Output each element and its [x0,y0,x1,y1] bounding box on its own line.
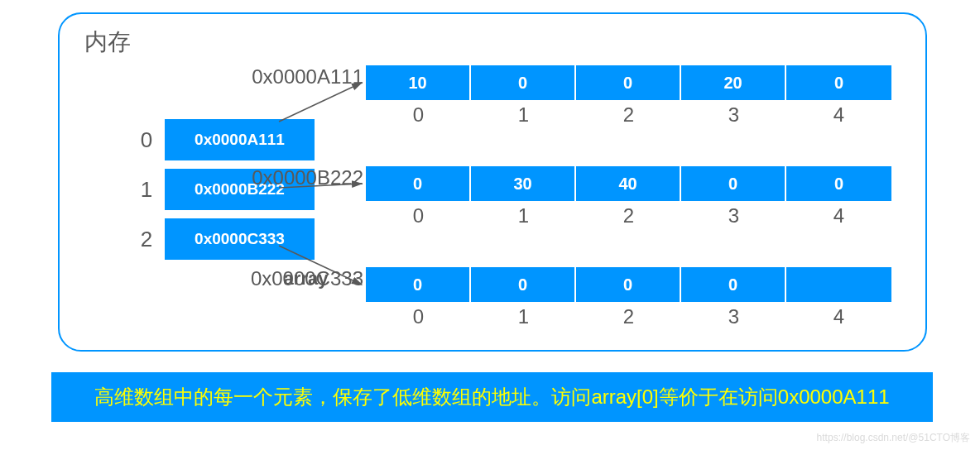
index-cell: 1 [471,305,576,328]
index-cell: 1 [471,204,576,227]
data-cell: 0 [786,65,891,100]
explanation-banner: 高维数组中的每一个元素，保存了低维数组的地址。访问array[0]等价于在访问0… [51,372,933,422]
data-cell: 0 [786,166,891,201]
memory-container: 内存 0 0x0000A111 1 0x0000B222 2 0x0000C33… [58,12,927,352]
pointer-index: 0 [130,127,163,153]
pointer-row: 0 0x0000A111 [130,115,316,165]
data-cell: 0 [681,166,786,201]
index-cell: 2 [576,204,681,227]
index-cell: 2 [576,103,681,127]
memory-title: 内存 [84,26,131,58]
data-array-0: 0x0000A111 10 0 0 20 0 0 1 2 3 4 [366,65,891,127]
data-array-2: 0x0000C333 0 0 0 0 0 1 2 3 4 [366,267,891,328]
pointer-cell: 0x0000C333 [163,217,316,261]
index-cell: 4 [786,305,891,328]
address-label: 0x0000A111 [252,65,363,89]
index-cell: 3 [681,103,786,127]
index-cell: 0 [366,103,471,127]
index-cell: 0 [366,204,471,227]
data-cell: 0 [576,267,681,302]
pointer-array: 0 0x0000A111 1 0x0000B222 2 0x0000C333 a… [130,115,316,264]
index-cell: 3 [681,204,786,227]
data-cell: 0 [681,267,786,302]
index-cell: 2 [576,305,681,328]
index-cell: 4 [786,204,891,227]
address-label: 0x0000C333 [251,267,363,290]
data-array-1: 0x0000B222 0 30 40 0 0 0 1 2 3 4 [366,166,891,227]
data-cell: 30 [471,166,576,201]
data-cell [786,267,891,302]
data-cell: 40 [576,166,681,201]
pointer-index: 2 [130,227,163,252]
pointer-cell: 0x0000A111 [163,117,316,162]
index-cell: 3 [681,305,786,328]
data-cell: 0 [471,65,576,100]
data-cell: 0 [366,166,471,201]
index-cell: 4 [786,103,891,127]
data-cell: 20 [681,65,786,100]
data-cell: 0 [471,267,576,302]
watermark: https://blog.csdn.net/@51CTO博客 [817,431,970,445]
index-cell: 0 [366,305,471,328]
data-cell: 0 [366,267,471,302]
pointer-row: 2 0x0000C333 [130,214,316,264]
address-label: 0x0000B222 [252,166,363,189]
index-cell: 1 [471,103,576,127]
pointer-index: 1 [130,177,163,203]
data-cell: 0 [576,65,681,100]
data-cell: 10 [366,65,471,100]
